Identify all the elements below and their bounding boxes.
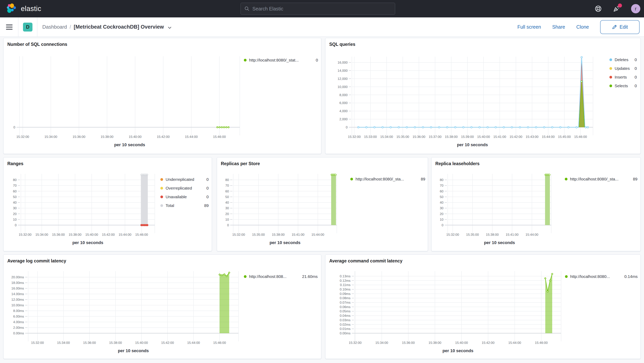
- bar-top-marker: [335, 174, 336, 176]
- legend-item[interactable]: Inserts0: [610, 75, 637, 80]
- sql-connections-chart[interactable]: 015:32:0015:34:0015:36:0015:38:0015:40:0…: [4, 38, 321, 154]
- point-marker: [219, 274, 220, 275]
- y-tick-label: 0: [346, 126, 348, 129]
- x-axis-title: per 10 seconds: [457, 142, 488, 147]
- y-tick-label: 12.00ms: [12, 298, 24, 301]
- legend-item[interactable]: Unavailable0: [160, 194, 209, 200]
- point-marker: [454, 127, 456, 128]
- chart-canvas[interactable]: 0.00ms0.01ms0.02ms0.03ms0.04ms0.05ms0.06…: [326, 255, 640, 359]
- bar: [141, 175, 148, 225]
- x-tick-label: 15:36:00: [402, 341, 415, 345]
- y-tick-label: 18.00ms: [12, 281, 24, 285]
- sql-queries-chart[interactable]: 02,0004,0006,0008,00010,00012,00014,0001…: [326, 38, 640, 154]
- chart-canvas[interactable]: 0.00ms2.00ms4.00ms6.00ms8.00ms10.00ms12.…: [4, 255, 321, 359]
- replicas-per-store-chart[interactable]: 0102030405060708015:32:0015:35:0015:38:0…: [217, 157, 428, 251]
- chart-canvas[interactable]: 02,0004,0006,0008,00010,00012,00014,0001…: [326, 38, 640, 154]
- legend-item[interactable]: http://localhost:8080...0.14ms: [565, 274, 638, 279]
- x-tick-label: 15:44:00: [187, 341, 200, 345]
- y-tick-label: 30: [225, 206, 229, 210]
- bar: [331, 175, 336, 225]
- y-tick-label: 0.08ms: [340, 296, 350, 300]
- legend-label: Selects: [615, 84, 632, 88]
- x-axis-title: per 10 seconds: [484, 240, 515, 245]
- user-avatar[interactable]: r: [631, 4, 640, 13]
- y-tick-label: 16,000: [338, 61, 348, 64]
- y-tick-label: 6.00ms: [13, 315, 24, 318]
- breadcrumb: Dashboard / [Metricbeat CockroachDB] Ove…: [42, 24, 172, 30]
- grid: [18, 174, 155, 233]
- panel-title: Replica leaseholders: [432, 157, 640, 167]
- edit-button-label: Edit: [620, 24, 628, 30]
- legend-swatch: [565, 275, 568, 278]
- grid: [230, 174, 337, 233]
- point-marker: [585, 127, 586, 128]
- y-tick-label: 12,000: [338, 77, 348, 81]
- legend-item[interactable]: Total89: [160, 203, 209, 208]
- log-commit-latency-chart[interactable]: 0.00ms2.00ms4.00ms6.00ms8.00ms10.00ms12.…: [4, 255, 321, 359]
- y-tick-label: 0.02ms: [340, 323, 350, 326]
- point-marker: [398, 127, 400, 128]
- edit-button[interactable]: Edit: [600, 20, 640, 34]
- x-tick-label: 15:38:00: [486, 233, 499, 236]
- legend-item[interactable]: Updates0: [610, 66, 637, 71]
- chevron-down-icon[interactable]: [167, 25, 172, 30]
- y-tick-label: 20: [440, 212, 444, 216]
- y-tick-label: 8,000: [339, 93, 348, 97]
- help-icon[interactable]: [594, 5, 602, 13]
- point-marker: [552, 273, 553, 275]
- legend-item[interactable]: Selects0: [610, 83, 637, 89]
- legend-item[interactable]: http://localhost:808...21.60ms: [244, 274, 318, 279]
- y-axis: 0.00ms2.00ms4.00ms6.00ms8.00ms10.00ms12.…: [12, 275, 24, 335]
- point-marker: [228, 272, 230, 273]
- chart-canvas[interactable]: 015:32:0015:34:0015:36:0015:38:0015:40:0…: [4, 38, 321, 154]
- clone-button[interactable]: Clone: [576, 24, 589, 30]
- elastic-home-link[interactable]: elastic: [0, 3, 41, 15]
- chart-canvas[interactable]: 0102030405060708015:32:0015:35:0015:38:0…: [432, 157, 640, 251]
- chart-legend: http://localhost:808...21.60ms: [244, 274, 318, 279]
- legend-item[interactable]: Overreplicated0: [160, 185, 209, 191]
- point-marker: [479, 127, 480, 128]
- point-marker: [471, 127, 472, 128]
- point-marker: [527, 127, 529, 128]
- x-tick-label: 15:32:00: [31, 341, 44, 345]
- global-search[interactable]: [240, 3, 395, 15]
- y-tick-label: 30: [13, 206, 16, 210]
- menu-button[interactable]: [0, 25, 12, 30]
- breadcrumb-dashboard-link[interactable]: Dashboard: [42, 24, 67, 30]
- series-area: [220, 273, 229, 333]
- grid: [444, 174, 551, 233]
- brand-name: elastic: [21, 5, 41, 13]
- point-marker: [568, 127, 569, 128]
- legend-item[interactable]: http://localhost:8080/_sta...89: [350, 176, 425, 182]
- y-tick-label: 10,000: [338, 85, 348, 89]
- share-button[interactable]: Share: [552, 24, 565, 30]
- x-axis-title: per 10 seconds: [114, 142, 145, 147]
- panel-title: Average command commit latency: [326, 255, 640, 264]
- replica-leaseholders-chart[interactable]: 0102030405060708015:32:0015:35:0015:38:0…: [432, 157, 640, 251]
- notification-dot: [618, 4, 622, 8]
- panel-title: Number of SQL connections: [4, 38, 321, 47]
- full-screen-button[interactable]: Full screen: [518, 24, 541, 30]
- news-feed-icon[interactable]: [613, 5, 620, 13]
- command-commit-latency-chart[interactable]: 0.00ms0.01ms0.02ms0.03ms0.04ms0.05ms0.06…: [326, 255, 640, 359]
- y-tick-label: 50: [440, 195, 444, 199]
- y-tick-label: 14.00ms: [12, 292, 24, 296]
- legend-item[interactable]: Underreplicated0: [160, 177, 209, 182]
- chart-canvas[interactable]: 0102030405060708015:32:0015:35:0015:38:0…: [217, 157, 428, 251]
- search-input[interactable]: [252, 6, 392, 12]
- legend-item[interactable]: http://localhost:8080/_sta...89: [565, 176, 638, 182]
- legend-item[interactable]: http://localhost:8080/_stat...0: [244, 58, 318, 63]
- point-marker: [552, 127, 553, 128]
- legend-item[interactable]: Deletes0: [610, 57, 637, 63]
- y-tick-label: 0.06ms: [340, 305, 350, 309]
- bar-top-marker: [146, 174, 148, 176]
- legend-label: Underreplicated: [166, 177, 204, 182]
- y-tick-label: 70: [13, 184, 16, 187]
- y-tick-label: 60: [225, 190, 229, 193]
- x-axis-title: per 10 seconds: [72, 240, 103, 245]
- legend-value: 0: [634, 75, 637, 80]
- space-badge[interactable]: D: [23, 23, 32, 32]
- legend-label: Inserts: [615, 75, 632, 80]
- panel-title: Average log commit latency: [4, 255, 321, 264]
- grid: [349, 57, 593, 135]
